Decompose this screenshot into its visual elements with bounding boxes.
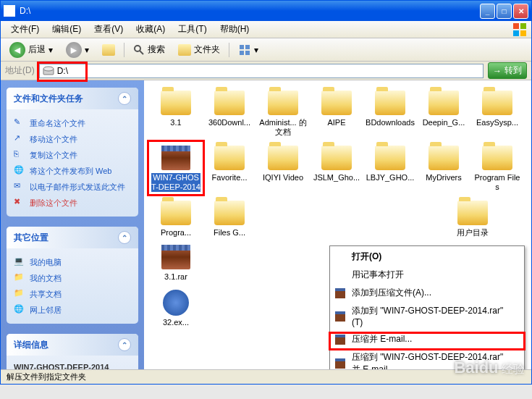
place-network[interactable]: 🌐网上邻居 bbox=[14, 302, 131, 318]
documents-icon: 📁 bbox=[14, 272, 25, 284]
file-item-selected[interactable]: WIN7-GHOST-DEEP-2014 bbox=[150, 143, 202, 193]
svg-line-5 bbox=[140, 51, 143, 54]
up-button[interactable] bbox=[98, 43, 119, 57]
context-menu-item[interactable]: 用记事本打开 bbox=[332, 266, 523, 284]
file-item[interactable]: AIPE bbox=[311, 88, 363, 138]
search-label: 搜索 bbox=[148, 43, 165, 56]
rar-icon bbox=[334, 287, 346, 299]
file-label: Administ... 的文档 bbox=[258, 118, 308, 137]
task-email[interactable]: ✉以电子邮件形式发送此文件 bbox=[14, 179, 131, 195]
menu-label: 压缩到 "WIN7-GHOST-DEEP-2014.rar" 并 E-mail bbox=[352, 351, 508, 369]
dropdown-icon: ▾ bbox=[254, 45, 258, 55]
file-item[interactable]: EasySysp... bbox=[471, 88, 523, 138]
folder-icon bbox=[161, 91, 191, 115]
folder-icon bbox=[428, 91, 459, 115]
file-item[interactable]: 用户目录 bbox=[447, 198, 499, 239]
places-header[interactable]: 其它位置 ⌃ bbox=[7, 227, 138, 248]
folder-icon bbox=[482, 91, 512, 115]
search-button[interactable]: 搜索 bbox=[129, 42, 169, 57]
views-icon bbox=[238, 43, 251, 56]
network-icon: 🌐 bbox=[14, 304, 25, 316]
context-menu-item[interactable]: 添加到压缩文件(A)... bbox=[332, 284, 523, 302]
context-menu-item[interactable]: 压缩并 E-mail... bbox=[332, 330, 523, 348]
task-delete[interactable]: ✖删除这个文件 bbox=[14, 195, 131, 211]
menu-edit[interactable]: 编辑(E) bbox=[46, 22, 87, 37]
file-item[interactable]: MyDrivers bbox=[418, 143, 470, 193]
file-label: AIPE bbox=[327, 118, 345, 127]
back-button[interactable]: ◄ 后退 ▾ bbox=[5, 41, 57, 59]
go-button[interactable]: → 转到 bbox=[488, 62, 527, 79]
file-item[interactable]: IQIYI Video bbox=[257, 143, 309, 193]
menu-favorites[interactable]: 收藏(A) bbox=[130, 22, 171, 37]
minimize-button[interactable]: _ bbox=[480, 4, 495, 19]
delete-icon: ✖ bbox=[14, 197, 25, 209]
web-icon: 🌐 bbox=[14, 165, 25, 177]
file-item[interactable]: Program Files bbox=[471, 143, 523, 193]
folder-icon bbox=[375, 146, 405, 170]
folders-button[interactable]: 文件夹 bbox=[174, 42, 224, 57]
menu-label: 添加到压缩文件(A)... bbox=[352, 287, 431, 299]
file-item[interactable]: Files G... bbox=[203, 198, 256, 239]
tasks-header[interactable]: 文件和文件夹任务 ⌃ bbox=[7, 88, 138, 109]
shared-icon: 📁 bbox=[14, 288, 25, 300]
details-title: 详细信息 bbox=[14, 339, 48, 351]
file-item[interactable]: Favorite... bbox=[203, 143, 256, 193]
file-item[interactable]: 3.1 bbox=[150, 88, 202, 138]
svg-rect-6 bbox=[240, 45, 244, 49]
tasks-panel: 文件和文件夹任务 ⌃ ✎重命名这个文件 ↗移动这个文件 ⎘复制这个文件 🌐将这个… bbox=[7, 88, 138, 217]
file-item[interactable]: 32.ex... bbox=[150, 287, 202, 329]
context-menu-item[interactable]: 压缩到 "WIN7-GHOST-DEEP-2014.rar" 并 E-mail bbox=[332, 348, 523, 369]
place-shared[interactable]: 📁共享文档 bbox=[14, 286, 131, 302]
file-label: 3.1 bbox=[170, 118, 181, 127]
menu-file[interactable]: 文件(F) bbox=[5, 22, 45, 37]
file-item[interactable]: LBJY_GHO... bbox=[364, 143, 416, 193]
file-item[interactable]: Progra... bbox=[150, 198, 202, 239]
file-item[interactable]: 3.1.rar bbox=[150, 242, 202, 283]
collapse-icon: ⌃ bbox=[118, 92, 131, 105]
folders-icon bbox=[178, 44, 191, 56]
folder-up-icon bbox=[102, 44, 115, 56]
task-publish[interactable]: 🌐将这个文件发布到 Web bbox=[14, 163, 131, 179]
close-button[interactable]: ✕ bbox=[513, 4, 528, 19]
place-computer[interactable]: 💻我的电脑 bbox=[14, 254, 131, 270]
rar-icon bbox=[334, 334, 346, 345]
task-move[interactable]: ↗移动这个文件 bbox=[14, 131, 131, 147]
task-copy[interactable]: ⎘复制这个文件 bbox=[14, 147, 131, 163]
menu-view[interactable]: 查看(V) bbox=[88, 22, 129, 37]
menu-label: 用记事本打开 bbox=[352, 269, 404, 281]
statusbar: 解压文件到指定文件夹 bbox=[1, 369, 531, 384]
context-menu: 打开(O)用记事本打开添加到压缩文件(A)...添加到 "WIN7-GHOST-… bbox=[329, 245, 525, 369]
folder-icon bbox=[268, 91, 298, 115]
file-label: MyDrivers bbox=[426, 173, 462, 182]
menu-help[interactable]: 帮助(H) bbox=[214, 22, 256, 37]
svg-rect-0 bbox=[513, 23, 519, 29]
file-item[interactable]: 360Downl... bbox=[203, 88, 256, 138]
context-menu-item[interactable]: 添加到 "WIN7-GHOST-DEEP-2014.rar"(T) bbox=[332, 302, 523, 330]
folder-icon bbox=[161, 201, 191, 225]
task-rename[interactable]: ✎重命名这个文件 bbox=[14, 115, 131, 131]
folder-icon bbox=[321, 146, 352, 170]
folder-icon bbox=[268, 146, 298, 170]
folder-icon bbox=[375, 91, 405, 115]
details-header[interactable]: 详细信息 ⌃ bbox=[7, 334, 138, 356]
dropdown-icon: ▾ bbox=[85, 45, 89, 55]
file-item[interactable]: BDdownloads bbox=[364, 88, 416, 138]
menu-tools[interactable]: 工具(T) bbox=[172, 22, 212, 37]
mail-icon: ✉ bbox=[14, 181, 25, 193]
address-field[interactable]: D:\ bbox=[39, 64, 484, 78]
views-button[interactable]: ▾ bbox=[234, 42, 263, 58]
back-icon: ◄ bbox=[9, 42, 25, 58]
address-value: D:\ bbox=[57, 66, 68, 76]
file-item[interactable]: Administ... 的文档 bbox=[257, 88, 309, 138]
file-item[interactable]: Deepin_G... bbox=[418, 88, 470, 138]
folder-icon bbox=[428, 146, 459, 170]
folder-icon bbox=[321, 91, 352, 115]
maximize-button[interactable]: □ bbox=[497, 4, 512, 19]
move-icon: ↗ bbox=[14, 133, 25, 145]
context-menu-item[interactable]: 打开(O) bbox=[332, 248, 523, 266]
place-documents[interactable]: 📁我的文档 bbox=[14, 270, 131, 286]
svg-rect-9 bbox=[245, 51, 250, 55]
file-list[interactable]: 3.1360Downl...Administ... 的文档AIPEBDdownl… bbox=[144, 80, 531, 369]
forward-button[interactable]: ► ▾ bbox=[62, 41, 93, 59]
file-item[interactable]: JSLM_Gho... bbox=[311, 143, 363, 193]
